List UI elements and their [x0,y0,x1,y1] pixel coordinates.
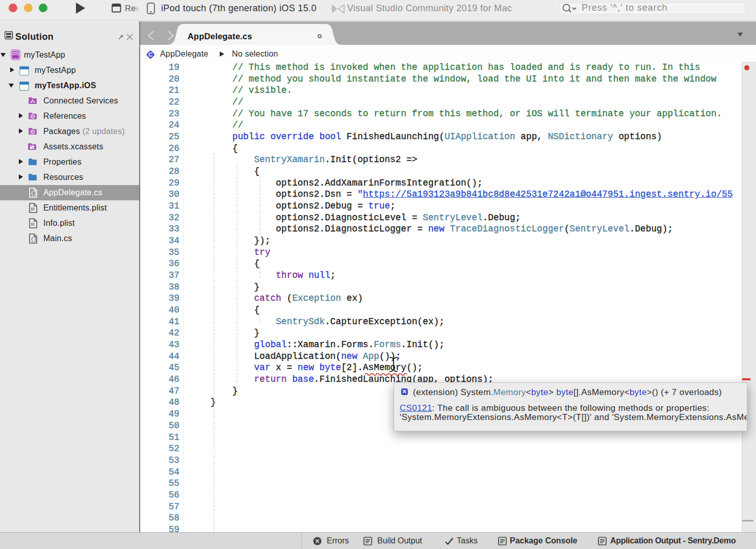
svg-text:{}: {} [31,191,37,197]
svg-text:{}: {} [31,237,37,243]
svg-text:C: C [148,51,152,58]
